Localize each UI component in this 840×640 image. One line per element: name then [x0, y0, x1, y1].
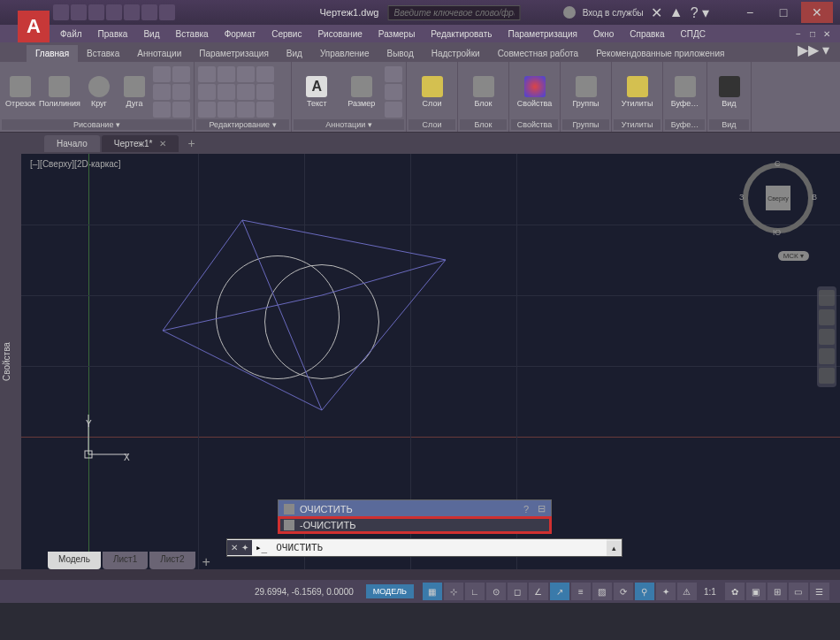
isolate-icon[interactable]: ▣	[746, 583, 766, 600]
doc-tab-start[interactable]: Начало	[44, 135, 100, 152]
qat-open-icon[interactable]	[71, 4, 87, 20]
sub-close-icon[interactable]: ✕	[821, 29, 833, 39]
edit-11[interactable]	[256, 84, 274, 100]
ribbon-tab-addins[interactable]: Надстройки	[423, 45, 489, 62]
arc-button[interactable]: Дуга	[118, 66, 151, 118]
menu-edit[interactable]: Правка	[91, 27, 135, 41]
utilities-button[interactable]: Утилиты	[615, 66, 659, 118]
close-tab-icon[interactable]: ✕	[159, 139, 166, 149]
draw-small-3[interactable]	[153, 84, 171, 100]
annot-1[interactable]	[385, 66, 402, 82]
osnap-toggle-icon[interactable]: ◻	[508, 583, 527, 600]
menu-spds[interactable]: СПДС	[674, 27, 713, 41]
cmdline-config-icon[interactable]: ✦	[241, 543, 248, 552]
qat-plot-icon[interactable]	[124, 4, 140, 20]
cycling-icon[interactable]: ⟳	[614, 583, 633, 600]
dimension-button[interactable]: Размер	[340, 66, 384, 118]
ribbon-tab-parametric[interactable]: Параметризация	[190, 45, 278, 62]
edit-3[interactable]	[237, 66, 255, 82]
qat-save-icon[interactable]	[88, 4, 104, 20]
menu-help[interactable]: Справка	[622, 27, 671, 41]
menu-insert[interactable]: Вставка	[168, 27, 215, 41]
ribbon-tab-featured[interactable]: Рекомендованные приложения	[587, 45, 733, 62]
edit-10[interactable]	[256, 66, 274, 82]
menu-dimensions[interactable]: Размеры	[371, 27, 423, 41]
panel-draw-title[interactable]: Рисование ▾	[2, 119, 192, 130]
block-button[interactable]: Блок	[462, 66, 505, 118]
nav-pan-icon[interactable]	[819, 309, 835, 325]
model-space-button[interactable]: МОДЕЛЬ	[366, 584, 414, 598]
edit-9[interactable]	[237, 102, 255, 118]
ucs-badge[interactable]: МСК ▾	[778, 251, 809, 261]
viewcube-east[interactable]: В	[812, 193, 817, 202]
nav-showmotion-icon[interactable]	[819, 368, 835, 384]
properties-button[interactable]: Свойства	[513, 66, 556, 118]
help-dropdown-icon[interactable]: ? ▾	[691, 4, 709, 21]
search-input[interactable]	[387, 5, 520, 20]
sub-minimize-icon[interactable]: −	[792, 29, 805, 39]
close-button[interactable]: ✕	[801, 2, 833, 23]
draw-small-4[interactable]	[172, 84, 190, 100]
annot-3[interactable]	[385, 102, 402, 118]
minimize-button[interactable]: −	[734, 2, 766, 23]
qat-undo-icon[interactable]	[141, 4, 157, 20]
text-button[interactable]: AТекст	[295, 66, 339, 118]
menu-modify[interactable]: Редактировать	[424, 27, 499, 41]
polyline-button[interactable]: Полилиния	[39, 66, 80, 118]
edit-1[interactable]	[198, 66, 216, 82]
ribbon-expand-icon[interactable]: ▶▶ ▾	[787, 38, 840, 62]
layout-tab-model[interactable]: Модель	[48, 552, 101, 569]
pin-icon[interactable]: ⊟	[538, 503, 546, 514]
nav-orbit-icon[interactable]	[819, 348, 835, 364]
edit-6[interactable]	[237, 84, 255, 100]
workspace-icon[interactable]: ✦	[656, 583, 676, 600]
groups-button[interactable]: Группы	[564, 66, 607, 118]
edit-4[interactable]	[198, 84, 216, 100]
maximize-button[interactable]: □	[767, 2, 799, 23]
command-suggestion-item[interactable]: -ОЧИСТИТЬ	[279, 517, 551, 533]
otrack-toggle-icon[interactable]: ∠	[529, 583, 548, 600]
scale-readout[interactable]: 1:1	[704, 587, 716, 597]
command-suggestion-item[interactable]: ОЧИСТИТЬ ? ⊟	[279, 500, 551, 517]
menu-parametric[interactable]: Параметризация	[500, 27, 584, 41]
nav-wheel-icon[interactable]	[819, 290, 835, 306]
menu-file[interactable]: Файл	[53, 27, 89, 41]
ribbon-tab-collaborate[interactable]: Совместная работа	[489, 45, 588, 62]
qat-saveas-icon[interactable]	[106, 4, 122, 20]
hardware-icon[interactable]: ⊞	[767, 583, 787, 600]
help-icon[interactable]: ?	[523, 504, 529, 514]
edit-12[interactable]	[256, 102, 274, 118]
panel-edit-title[interactable]: Редактирование ▾	[196, 119, 289, 130]
lwt-toggle-icon[interactable]: ≡	[571, 583, 591, 600]
ribbon-tab-manage[interactable]: Управление	[311, 45, 378, 62]
edit-2[interactable]	[218, 66, 235, 82]
draw-small-1[interactable]	[153, 66, 171, 82]
clipboard-button[interactable]: Буфе…	[667, 66, 703, 118]
drawing-canvas[interactable]: [–][Сверху][2D-каркас] Y X Сверху С	[21, 154, 840, 569]
add-layout-button[interactable]: +	[197, 552, 216, 569]
annotation-scale-icon[interactable]: ⚲	[635, 583, 654, 600]
sub-restore-icon[interactable]: □	[806, 29, 819, 39]
menu-format[interactable]: Формат	[218, 27, 263, 41]
cleanscreen-icon[interactable]: ▭	[789, 583, 808, 600]
cart-icon[interactable]: ▲	[669, 4, 683, 20]
view-button[interactable]: Вид	[711, 66, 747, 118]
polar-toggle-icon[interactable]: ⊙	[486, 583, 506, 600]
panel-annot-title[interactable]: Аннотации ▾	[294, 119, 404, 130]
cmdline-handle[interactable]: ✕✦	[227, 540, 252, 555]
dyn-toggle-icon[interactable]: ↗	[550, 583, 569, 600]
grid-toggle-icon[interactable]: ▦	[423, 583, 442, 600]
edit-8[interactable]	[218, 102, 235, 118]
layers-button[interactable]: Слои	[410, 66, 454, 118]
horizontal-scrollbar[interactable]	[0, 569, 840, 580]
cmdline-history-icon[interactable]: ▴	[607, 541, 622, 555]
ortho-toggle-icon[interactable]: ∟	[465, 583, 485, 600]
ribbon-tab-insert[interactable]: Вставка	[78, 45, 128, 62]
edit-7[interactable]	[198, 102, 216, 118]
app-logo[interactable]: A	[18, 11, 50, 42]
edit-5[interactable]	[218, 84, 235, 100]
nav-zoom-icon[interactable]	[819, 329, 835, 345]
annomonitor-icon[interactable]: ⚠	[677, 583, 697, 600]
viewcube-face[interactable]: Сверху	[766, 186, 790, 210]
qat-redo-icon[interactable]	[159, 4, 175, 20]
